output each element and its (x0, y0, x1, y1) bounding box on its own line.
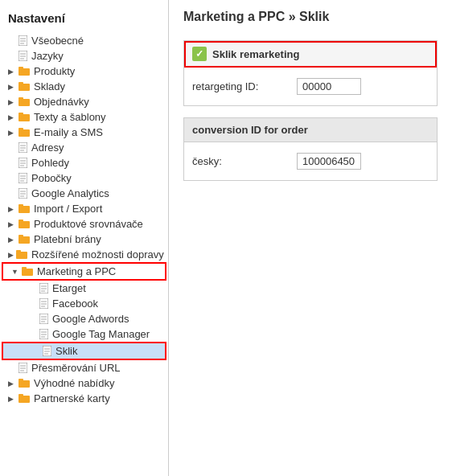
sidebar-item-pohledy[interactable]: Pohledy (0, 155, 168, 170)
page-icon-facebook (39, 298, 48, 309)
arrow-icon-produktove: ▶ (8, 220, 16, 228)
page-title: Marketing a PPC » Sklik (183, 10, 438, 29)
sidebar-item-label-produkty: Produkty (34, 65, 75, 77)
sidebar-item-sklady[interactable]: ▶ Sklady (0, 79, 168, 94)
cesky-value: 100006450 (297, 153, 361, 170)
sidebar-item-label-vyhodne: Výhodné nabídky (34, 377, 114, 389)
sidebar-item-label-pohledy: Pohledy (31, 157, 69, 169)
svg-rect-8 (18, 68, 30, 76)
page-icon-sklik (43, 346, 51, 356)
svg-rect-38 (18, 236, 30, 244)
folder-icon-vyhodne (18, 379, 30, 388)
sklik-remarketing-header: ✓ Sklik remarketing (184, 41, 437, 68)
sidebar-item-google-tag[interactable]: Google Tag Manager (0, 326, 168, 342)
retargeting-id-label: retargeting ID: (192, 80, 297, 92)
arrow-icon-sklady: ▶ (8, 83, 16, 91)
arrow-icon-partnerske: ▶ (8, 395, 16, 403)
sidebar-item-label-produktove: Produktové srovnávače (34, 218, 143, 230)
sidebar-item-label-jazyky: Jazyky (31, 50, 64, 62)
sklik-remarketing-body: retargeting ID: 00000 (184, 68, 437, 105)
arrow-icon-objednavky: ▶ (8, 98, 16, 106)
arrow-icon-produkty: ▶ (8, 68, 16, 76)
arrow-icon-platebni: ▶ (8, 236, 16, 244)
sidebar-item-pobocky[interactable]: Pobočky (0, 170, 168, 186)
sidebar-item-produkty[interactable]: ▶ Produkty (0, 64, 168, 79)
folder-icon-produkty (18, 67, 30, 76)
sidebar-item-label-pobocky: Pobočky (31, 172, 72, 184)
svg-rect-41 (16, 250, 21, 252)
sidebar-item-google-analytics[interactable]: Google Analytics (0, 186, 168, 201)
sidebar-item-import-export[interactable]: ▶ Import / Export (0, 201, 168, 216)
sidebar-item-label-import-export: Import / Export (34, 203, 102, 215)
svg-rect-37 (18, 220, 23, 222)
folder-icon-sklady (18, 82, 30, 91)
svg-rect-42 (22, 269, 33, 276)
arrow-icon-texty: ▶ (8, 113, 16, 121)
sidebar-item-label-sklik: Sklik (55, 345, 77, 357)
svg-rect-36 (18, 221, 30, 228)
page-icon-jazyky (18, 51, 27, 61)
svg-rect-39 (18, 235, 23, 237)
page-icon-pobocky (18, 173, 27, 183)
sidebar-item-presmerovani[interactable]: Přesměrování URL (0, 360, 168, 375)
sidebar-item-label-texty: Texty a šablony (34, 111, 106, 123)
sidebar-item-rozsirene[interactable]: ▶ Rozšířené možnosti dopravy (0, 247, 168, 262)
folder-icon-texty (18, 113, 30, 121)
sidebar-item-emaily[interactable]: ▶ E-maily a SMS (0, 125, 168, 140)
sklik-remarketing-title: Sklik remarketing (212, 48, 299, 60)
folder-icon-platebni (18, 235, 30, 244)
folder-icon-import-export (18, 204, 30, 213)
page-icon-google-adwords (39, 314, 48, 324)
main-content: Marketing a PPC » Sklik ✓ Sklik remarket… (169, 0, 452, 476)
sidebar-item-label-vseobecne: Všeobecné (31, 35, 84, 47)
svg-rect-69 (18, 379, 23, 381)
sidebar-item-platebni[interactable]: ▶ Platební brány (0, 232, 168, 247)
sidebar-item-vseobecne[interactable]: Všeobecné (0, 33, 168, 48)
conversion-id-body: česky: 100006450 (184, 142, 437, 180)
sidebar-title: Nastavení (0, 6, 168, 33)
sidebar-item-label-objednavky: Objednávky (34, 96, 89, 108)
page-icon-adresy (18, 142, 27, 153)
cesky-row: česky: 100006450 (192, 149, 429, 174)
sidebar-item-objednavky[interactable]: ▶ Objednávky (0, 94, 168, 109)
sidebar-item-marketing[interactable]: ▼ Marketing a PPC (2, 262, 166, 281)
sidebar-item-adresy[interactable]: Adresy (0, 140, 168, 155)
svg-rect-40 (16, 252, 27, 259)
sidebar-item-label-adresy: Adresy (31, 142, 64, 154)
page-icon-presmerovani (18, 363, 27, 373)
svg-rect-14 (18, 114, 30, 121)
sidebar-item-label-partnerske: Partnerské karty (34, 392, 110, 404)
svg-rect-15 (18, 113, 23, 115)
sidebar-item-label-emaily: E-maily a SMS (34, 126, 103, 138)
cesky-label: česky: (192, 155, 297, 167)
sidebar-item-produktove[interactable]: ▶ Produktové srovnávače (0, 216, 168, 232)
folder-icon-emaily (18, 128, 30, 137)
sidebar-item-jazyky[interactable]: Jazyky (0, 48, 168, 64)
svg-rect-13 (18, 97, 23, 100)
sidebar: Nastavení Všeobecné Jazyky▶ Produkty▶ Sk… (0, 0, 169, 476)
sidebar-item-label-sklady: Sklady (34, 80, 65, 92)
sidebar-item-label-presmerovani: Přesměrování URL (31, 362, 121, 374)
sidebar-item-label-rozsirene: Rozšířené možnosti dopravy (31, 248, 164, 261)
retargeting-id-row: retargeting ID: 00000 (192, 74, 429, 99)
svg-rect-11 (18, 82, 23, 84)
sidebar-item-partnerske[interactable]: ▶ Partnerské karty (0, 391, 168, 406)
sidebar-item-label-facebook: Facebook (52, 298, 98, 310)
folder-icon-produktove (18, 220, 30, 228)
svg-rect-43 (22, 267, 27, 269)
page-icon-etarget (39, 283, 48, 293)
sidebar-item-etarget[interactable]: Etarget (0, 281, 168, 296)
sidebar-item-vyhodne[interactable]: ▶ Výhodné nabídky (0, 375, 168, 391)
sidebar-item-texty[interactable]: ▶ Texty a šablony (0, 109, 168, 125)
folder-icon-marketing (22, 267, 33, 276)
sidebar-item-facebook[interactable]: Facebook (0, 296, 168, 311)
sklik-remarketing-section: ✓ Sklik remarketing retargeting ID: 0000… (183, 40, 438, 106)
svg-rect-70 (18, 396, 30, 403)
sidebar-item-google-adwords[interactable]: Google Adwords (0, 311, 168, 326)
page-icon-google-tag (39, 329, 48, 339)
svg-rect-10 (18, 84, 30, 91)
checkmark-icon: ✓ (192, 47, 207, 61)
sidebar-item-label-google-tag: Google Tag Manager (52, 328, 150, 340)
arrow-icon-vyhodne: ▶ (8, 380, 16, 388)
sidebar-item-sklik[interactable]: Sklik (2, 342, 166, 360)
